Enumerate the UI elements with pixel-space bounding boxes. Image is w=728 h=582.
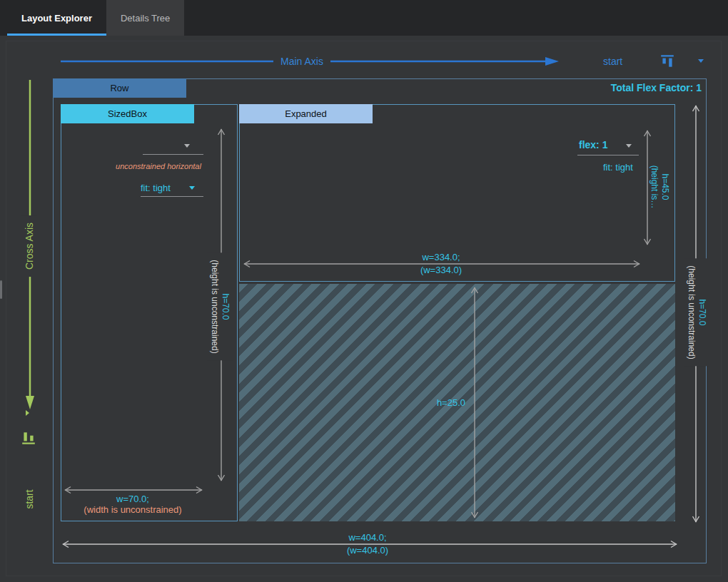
tab-layout-explorer-label: Layout Explorer [21, 13, 92, 24]
tab-bar: Layout Explorer Details Tree [0, 0, 728, 36]
sizedbox-widget-name: SizedBox [108, 108, 147, 119]
sizedbox-width-dropdown[interactable] [143, 142, 204, 155]
chevron-down-icon [626, 144, 632, 148]
sizedbox-widget-header[interactable]: SizedBox [61, 104, 194, 123]
chevron-right-icon [26, 410, 29, 416]
axis-alignment-start-icon [659, 53, 675, 69]
splitter-handle[interactable] [0, 280, 2, 299]
cross-axis-label: Cross Axis [22, 215, 37, 277]
row-widget-header[interactable]: Row [53, 78, 186, 98]
row-height-value: h=70.0 [697, 265, 707, 359]
sizedbox-height-note: (height is unconstrained) [209, 260, 220, 353]
chevron-down-icon [698, 59, 704, 63]
sizedbox-height-value: h=70.0 [220, 260, 231, 353]
expanded-widget-name: Expanded [285, 108, 327, 119]
free-space-height-value: h=25.0 [410, 398, 465, 408]
sizedbox-width-note: (width is unconstrained) [61, 505, 204, 515]
expanded-fit-value: fit: tight [603, 162, 633, 173]
row-widget-box: Row Total Flex Factor: 1 SizedBox uncons… [53, 78, 707, 563]
sizedbox-fit-value: fit: tight [141, 183, 171, 193]
row-width-note: (w=404.0) [296, 546, 439, 556]
expanded-width-value: w=334.0; [370, 252, 512, 262]
expanded-flex-value: flex: 1 [579, 139, 607, 151]
main-axis-label: Main Axis [273, 54, 330, 68]
cross-axis-alignment-dropdown[interactable]: start [17, 403, 41, 553]
dropdown-underline [577, 155, 639, 155]
main-axis-alignment-dropdown[interactable]: start [600, 51, 708, 73]
expanded-flex-dropdown[interactable]: flex: 1 [577, 138, 642, 156]
cross-axis-alignment-value: start [24, 489, 35, 509]
dropdown-underline [141, 196, 203, 197]
row-width-value: w=404.0; [296, 533, 439, 543]
expanded-height-note: (height is… [649, 165, 659, 209]
layout-explorer-content: Main Axis start Cross Axis start Row [0, 36, 728, 582]
axis-alignment-start-icon [21, 430, 36, 446]
free-space-height-arrow [470, 285, 479, 520]
sizedbox-fit-dropdown[interactable]: fit: tight [141, 181, 205, 198]
tab-layout-explorer[interactable]: Layout Explorer [7, 0, 106, 36]
expanded-height-value: h=45.0 [659, 165, 670, 209]
total-flex-factor: Total Flex Factor: 1 [611, 82, 702, 93]
expanded-width-note: (w=334.0) [370, 265, 512, 275]
tab-details-tree[interactable]: Details Tree [106, 0, 184, 36]
expanded-widget-header[interactable]: Expanded [239, 104, 373, 123]
chevron-down-icon [189, 186, 195, 190]
tab-details-tree-label: Details Tree [121, 13, 170, 24]
main-axis-alignment-value: start [603, 55, 622, 68]
row-height-note: (height is unconstrained) [686, 265, 697, 359]
sizedbox-width-value: w=70.0; [61, 494, 204, 504]
row-widget-name: Row [110, 83, 128, 93]
chevron-down-icon [184, 144, 190, 148]
dropdown-underline [143, 154, 203, 155]
sizedbox-width-hint: unconstrained horizontal [94, 162, 223, 170]
